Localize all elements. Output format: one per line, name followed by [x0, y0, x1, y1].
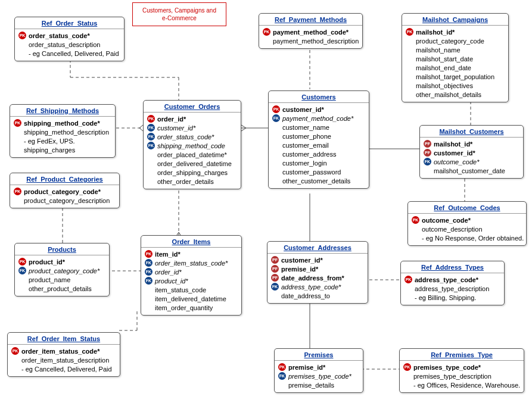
no-key-spacer [272, 123, 280, 131]
attr-label: date_address_from* [281, 274, 344, 282]
attr-label: payment_method_code* [273, 29, 349, 36]
attr-row: item_status_code [145, 285, 238, 294]
attr-row: mailshot_objectives [406, 81, 505, 90]
attr-row: premises_type_description [403, 371, 520, 380]
attr-row: PKcustomer_id* [272, 105, 365, 114]
entity-mailshot-campaigns: Mailshot_CampaignsPKmailshot_id*product_… [402, 13, 509, 102]
attr-label: other_order_details [157, 178, 214, 185]
no-key-spacer [147, 160, 155, 167]
no-key-spacer [406, 90, 413, 98]
no-key-spacer [406, 37, 413, 45]
attr-label: shipping_method_code [157, 142, 225, 149]
entity-title: Order_Items [141, 236, 241, 248]
attr-row: shipping_method_description [14, 127, 111, 136]
attr-row: outcome_description [412, 224, 522, 233]
attr-label: product_id* [29, 258, 65, 266]
attr-label: date_address_to [281, 292, 330, 299]
attr-row: PKorder_item_status_code* [11, 346, 116, 355]
pk-icon: PK [11, 347, 19, 355]
entity-attrs: PKpayment_method_code*payment_method_des… [259, 26, 362, 48]
attr-label: order_status_description [29, 41, 100, 48]
pk-icon: PK [18, 32, 26, 39]
attr-label: - eg No Response, Order obtained. [422, 235, 524, 242]
attr-row: FKaddress_type_code* [271, 282, 364, 291]
entity-customer-addresses: Customer_AddressesPFcustomer_id*PFpremis… [267, 241, 368, 304]
no-key-spacer [406, 55, 413, 63]
no-key-spacer [406, 64, 413, 71]
attr-label: premises_type_code* [288, 373, 351, 380]
entity-title: Ref_Order_Status [15, 17, 124, 29]
entity-customer-orders: Customer_OrdersPKorder_id*FKcustomer_id*… [143, 100, 241, 189]
attr-label: customer_email [282, 142, 329, 149]
attr-label: payment_method_description [273, 38, 359, 45]
no-key-spacer [18, 276, 26, 283]
no-key-spacer [14, 137, 21, 145]
attr-label: customer_login [282, 160, 327, 167]
attr-row: FKproduct_category_code* [18, 266, 105, 275]
attr-row: customer_name [272, 123, 365, 132]
attr-label: order_status_code* [29, 32, 90, 39]
attr-row: PFdate_address_from* [271, 273, 364, 282]
no-key-spacer [18, 285, 26, 292]
fk-icon: FK [145, 277, 153, 285]
entity-title: Ref_Payment_Methods [259, 14, 362, 26]
no-key-spacer [271, 292, 279, 299]
attr-label: customer_phone [282, 133, 331, 140]
entity-ref-address-types: Ref_Address_TypesPKaddress_type_code*add… [400, 261, 505, 305]
pk-icon: PK [263, 28, 270, 36]
fk-icon: FK [278, 372, 286, 380]
fk-icon: FK [147, 142, 155, 149]
attr-row: PKmailshot_id* [406, 27, 505, 36]
fk-icon: FK [147, 133, 155, 141]
no-key-spacer [403, 372, 411, 380]
attr-label: premise_id* [281, 266, 318, 273]
attr-label: mailshot_start_date [416, 55, 473, 63]
diagram-legend: Customers, Campaigns and e-Commerce [132, 2, 226, 26]
attr-row: PKorder_status_code* [18, 31, 120, 40]
attr-label: mailshot_id* [416, 29, 455, 36]
attr-row: PKorder_id* [147, 114, 237, 123]
attr-row: FKorder_id* [145, 267, 238, 276]
attr-row: - eg No Response, Order obtained. [412, 233, 522, 242]
no-key-spacer [272, 150, 280, 158]
entity-attrs: PKpremises_type_code*premises_type_descr… [400, 361, 524, 392]
attr-row: premise_details [278, 380, 359, 389]
pf-icon: PF [424, 149, 431, 157]
entity-attrs: PKorder_id*FKcustomer_id*FKorder_status_… [144, 113, 241, 189]
attr-label: outcome_code* [422, 217, 471, 224]
attr-row: PKpremises_type_code* [403, 363, 520, 371]
attr-row: order_delivered_datetime [147, 159, 237, 168]
attr-row: PKshipping_method_code* [14, 118, 111, 127]
entity-attrs: PKoutcome_code*outcome_description- eg N… [408, 214, 526, 245]
no-key-spacer [263, 37, 270, 45]
no-key-spacer [272, 159, 280, 167]
entity-ref-order-item-status: Ref_Order_Item_StatusPKorder_item_status… [7, 332, 120, 377]
entity-products: ProductsPKproduct_id*FKproduct_category_… [14, 243, 110, 296]
entity-attrs: PKorder_item_status_code*order_item_stat… [8, 345, 120, 376]
pk-icon: PK [272, 105, 280, 113]
attr-label: order_item_status_description [21, 357, 109, 364]
no-key-spacer [145, 286, 153, 294]
entity-ref-order-status: Ref_Order_StatusPKorder_status_code*orde… [14, 17, 125, 61]
entity-title: Ref_Product_Categories [10, 173, 119, 185]
attr-row: other_order_details [147, 177, 237, 186]
attr-row: PFmailshot_id* [424, 139, 519, 148]
attr-label: mailshot_id* [434, 141, 472, 148]
attr-label: shipping_method_code* [24, 120, 100, 127]
entity-attrs: PKpremise_id*FKpremises_type_code*premis… [275, 361, 363, 392]
entity-title: Mailshot_Customers [420, 126, 523, 138]
attr-row: order_status_description [18, 40, 120, 49]
attr-label: item_status_code [155, 286, 206, 294]
entity-title: Ref_Address_Types [401, 261, 504, 273]
attr-label: mailshot_customer_date [434, 167, 505, 174]
no-key-spacer [272, 132, 280, 140]
attr-row: other_product_details [18, 284, 105, 293]
attr-row: mailshot_name [406, 45, 505, 54]
attr-row: customer_address [272, 149, 365, 158]
attr-label: shipping_method_description [24, 129, 109, 136]
attr-label: order_item_status_code* [21, 348, 99, 355]
attr-row: item_order_quantity [145, 303, 238, 312]
no-key-spacer [147, 151, 155, 158]
attr-row: PKpayment_method_code* [263, 27, 359, 36]
fk-icon: FK [147, 124, 155, 132]
